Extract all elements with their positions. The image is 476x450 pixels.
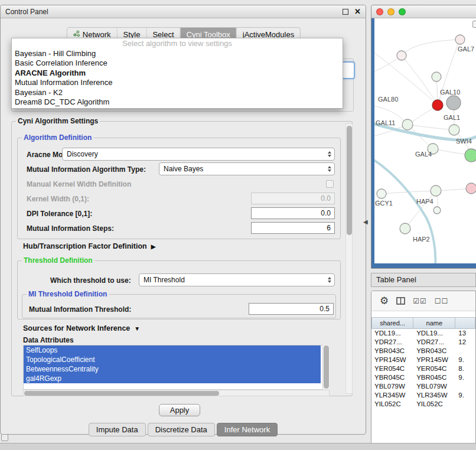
settings-scrollbar-thumb[interactable] [347,126,352,235]
attributes-list-hscrollbar[interactable] [23,390,330,396]
network-node[interactable] [446,96,461,110]
table-row[interactable]: YBL079WYBL079W [371,382,475,391]
algorithm-option-basic-correlation-inference[interactable]: Basic Correlation Inference [12,58,343,69]
mi-algorithm-type-label: Mutual Information Algorithm Type: [27,165,146,174]
algorithm-option-dream8-dc-tdc-algorithm[interactable]: Dream8 DC_TDC Algorithm [12,97,343,107]
attribute-item-betweennesscentrality[interactable]: BetweennessCentrality [24,364,321,374]
network-canvas-frame: GAL7GAL80GAL10GAL11GAL1SWI4GAL4GCY1HAP4H… [371,18,476,268]
network-node[interactable] [433,207,441,214]
mi-threshold-field[interactable]: 0.5 [249,303,334,315]
network-node[interactable] [402,119,413,130]
dpi-tolerance-field[interactable]: 0.0 [251,207,335,219]
mi-algorithm-type-select[interactable]: Naive Bayes [159,162,335,175]
network-node-label: GCY1 [375,200,393,207]
mac-close-icon[interactable] [376,8,383,15]
table-window: ⚙ ☑☑ ☐☐ shared...name YDL19...YDL19...13… [371,291,476,444]
table-column-header-name[interactable]: name [413,317,455,329]
bottom-tab-discretize-data[interactable]: Discretize Data [148,423,215,436]
table-row[interactable]: YDL19...YDL19...13 [371,329,475,338]
algorithm-dropdown: Select algorithm to view settings Bayesi… [11,38,343,109]
manual-kernel-width-checkbox[interactable] [326,180,334,188]
network-node[interactable] [465,149,476,162]
network-canvas[interactable]: GAL7GAL80GAL10GAL11GAL1SWI4GAL4GCY1HAP4H… [374,18,476,263]
attributes-list-vscrollbar-thumb[interactable] [324,345,329,389]
aracne-mode-select[interactable]: Discovery [62,148,335,161]
network-node[interactable] [431,185,441,196]
network-graph[interactable]: GAL7GAL80GAL10GAL11GAL1SWI4GAL4GCY1HAP4H… [374,18,476,263]
bottom-tab-infer-network[interactable]: Infer Network [217,423,278,436]
attribute-item-selfloops[interactable]: SelfLoops [24,345,321,355]
algorithm-option-bayesian-hill-climbing[interactable]: Bayesian - Hill Climbing [12,49,343,59]
table-row[interactable]: YBR045CYBR045C9. [371,373,475,382]
attributes-list-hscrollbar-thumb[interactable] [24,391,219,396]
deselect-all-checkboxes-icon[interactable]: ☐☐ [435,297,449,305]
table-cell: YLR345W [371,391,413,400]
attributes-list-vscrollbar[interactable] [322,345,330,390]
mi-steps-field[interactable]: 6 [251,222,335,234]
settings-scrollbar[interactable] [345,123,353,394]
sources-for-network-inference-section[interactable]: Sources for Network Inference ▼ [23,324,140,332]
attribute-item-topologicalcoefficient[interactable]: TopologicalCoefficient [24,355,321,364]
kernel-width-field[interactable]: 0.0 [251,193,335,204]
algorithm-option-mutual-information-inference[interactable]: Mutual Information Inference [12,78,343,88]
table-row[interactable]: YDR27...YDR27...12 [371,338,475,347]
mac-zoom-icon[interactable] [399,8,406,15]
table-cell: 12 [455,338,475,347]
mi-algorithm-type-value: Naive Bayes [159,165,325,173]
table-row[interactable]: YER054CYER054C8. [371,364,475,373]
network-node[interactable] [432,72,441,81]
mac-minimize-icon[interactable] [387,8,395,15]
table-cell: YIL052C [413,400,455,409]
table-row[interactable]: YIL052CYIL052C [371,400,475,409]
minimized-panel-icon[interactable] [1,434,8,441]
cyni-algorithm-settings-title: Cyni Algorithm Settings [16,117,100,125]
network-node[interactable] [397,51,406,60]
table-cell: YLR345W [413,391,455,400]
table-cell: YDL19... [371,329,413,338]
network-view-window: GAL7GAL80GAL10GAL11GAL1SWI4GAL4GCY1HAP4H… [371,5,476,269]
attribute-item-gal4rgexp[interactable]: gal4RGexp [24,374,321,383]
which-threshold-select[interactable]: MI Threshold [139,273,335,286]
traffic-lights [376,8,406,15]
network-node[interactable] [449,125,459,135]
table-column-header-shared[interactable]: shared... [371,317,413,329]
columns-icon[interactable] [396,297,405,305]
apply-button[interactable]: Apply [159,404,200,416]
network-node[interactable] [455,35,465,44]
bottom-tab-impute-data[interactable]: Impute Data [89,423,146,436]
data-attributes-list[interactable]: SelfLoopsTopologicalCoefficientBetweenne… [23,345,330,390]
float-window-icon[interactable] [343,9,348,15]
network-node[interactable] [400,223,410,234]
gear-icon[interactable]: ⚙ [380,296,389,306]
table-cell: 9. [455,356,475,364]
hub-transcription-factor-section[interactable]: Hub/Transcription Factor Definition ▶ [23,242,155,250]
network-overview-toggle[interactable] [472,21,476,28]
table-column-header-2[interactable] [455,317,475,329]
table-header: shared...name [371,317,475,329]
panel-collapse-icon[interactable]: ◀ [363,219,368,225]
network-node[interactable] [432,100,443,110]
control-panel-titlebar: Control Panel ✕ [1,5,366,18]
network-edge [402,40,460,56]
select-all-checkboxes-icon[interactable]: ☑☑ [413,297,427,305]
algorithm-option-bayesian-k2[interactable]: Bayesian - K2 [12,88,343,98]
table-row[interactable]: YBR043CYBR043C [371,347,475,356]
network-edge [374,159,435,263]
stepper-icon [325,166,334,172]
algorithm-option-aracne-algorithm[interactable]: ARACNE Algorithm [12,69,343,79]
network-node-label: GAL80 [378,96,398,103]
algorithm-dropdown-items: Bayesian - Hill ClimbingBasic Correlatio… [12,49,343,107]
table-cell: 9. [455,391,475,400]
status-strip [0,443,476,450]
expand-right-icon[interactable]: ▶ [151,243,156,250]
table-cell [455,347,475,356]
network-node-label: HAP4 [416,198,433,205]
algorithm-definition-title: Algorithm Definition [22,133,93,142]
close-window-icon[interactable]: ✕ [354,8,361,15]
network-node[interactable] [377,189,386,198]
table-row[interactable]: YPR145WYPR145W9. [371,356,475,364]
table-row[interactable]: YLR345WYLR345W9. [371,391,475,400]
expand-down-icon[interactable]: ▼ [134,325,140,332]
network-node[interactable] [466,183,476,194]
network-node-label: GAL1 [444,114,460,121]
